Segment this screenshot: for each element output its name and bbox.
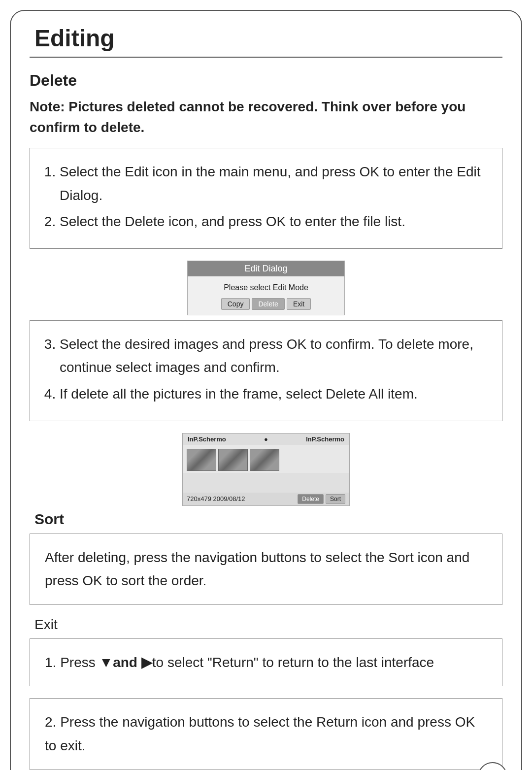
edit-dialog-buttons: Copy Delete Exit xyxy=(193,298,339,310)
file-list-box: InP.Schermo ● InP.Schermo 720x479 2009/0… xyxy=(182,433,350,506)
edit-dialog-title: Edit Dialog xyxy=(188,261,344,276)
exit-step2-text: 2. Press the navigation buttons to selec… xyxy=(45,710,487,757)
steps-3-4-box: Select the desired images and press OK t… xyxy=(30,320,502,421)
file-thumb-3 xyxy=(250,449,279,471)
file-list-images xyxy=(183,445,349,473)
exit-step1-suffix: to select "Return" to return to the last… xyxy=(152,655,434,670)
delete-button[interactable]: Delete xyxy=(252,298,284,310)
exit-step1-prefix: 1. Press xyxy=(45,655,99,670)
exit-step1-text: 1. Press ▼and ▶to select "Return" to ret… xyxy=(45,651,487,674)
exit-heading: Exit xyxy=(30,617,502,633)
delete-heading: Delete xyxy=(30,71,502,90)
file-list-container: InP.Schermo ● InP.Schermo 720x479 2009/0… xyxy=(30,433,502,506)
edit-dialog-subtitle: Please select Edit Mode xyxy=(193,283,339,292)
step-2: Select the Delete icon, and press OK to … xyxy=(60,210,487,234)
file-thumb-2 xyxy=(218,449,248,471)
file-list-info: 720x479 2009/08/12 xyxy=(187,495,245,502)
edit-dialog: Edit Dialog Please select Edit Mode Copy… xyxy=(187,261,345,315)
file-list-icon: ● xyxy=(264,435,268,443)
edit-dialog-container: Edit Dialog Please select Edit Mode Copy… xyxy=(30,261,502,315)
page-title: Editing xyxy=(30,25,502,52)
sort-box: After deleting, press the navigation but… xyxy=(30,534,502,605)
file-list-header: InP.Schermo ● InP.Schermo xyxy=(183,434,349,445)
file-list-footer: 720x479 2009/08/12 Delete Sort xyxy=(183,493,349,505)
exit-step1-arrows: ▼and ▶ xyxy=(99,655,152,670)
exit-step2-box: 2. Press the navigation buttons to selec… xyxy=(30,698,502,770)
step-1: Select the Edit icon in the main menu, a… xyxy=(60,160,487,207)
sort-text: After deleting, press the navigation but… xyxy=(45,546,487,593)
footer-sort-btn[interactable]: Sort xyxy=(326,494,345,504)
file-thumb-1 xyxy=(187,449,216,471)
copy-button[interactable]: Copy xyxy=(221,298,250,310)
exit-step1-box: 1. Press ▼and ▶to select "Return" to ret… xyxy=(30,638,502,687)
edit-dialog-body: Please select Edit Mode Copy Delete Exit xyxy=(188,276,344,315)
step-3: Select the desired images and press OK t… xyxy=(60,333,487,379)
file-list-spacer xyxy=(183,473,349,493)
file-list-right-label: InP.Schermo xyxy=(306,435,344,443)
delete-note: Note: Pictures deleted cannot be recover… xyxy=(30,97,502,138)
step-4: If delete all the pictures in the frame,… xyxy=(60,382,487,406)
title-divider xyxy=(30,57,502,58)
file-list-footer-buttons: Delete Sort xyxy=(298,494,345,504)
file-list-left-label: InP.Schermo xyxy=(188,435,226,443)
steps-1-2-box: Select the Edit icon in the main menu, a… xyxy=(30,148,502,249)
footer-delete-btn[interactable]: Delete xyxy=(298,494,324,504)
exit-button[interactable]: Exit xyxy=(287,298,311,310)
sort-heading: Sort xyxy=(30,511,502,528)
